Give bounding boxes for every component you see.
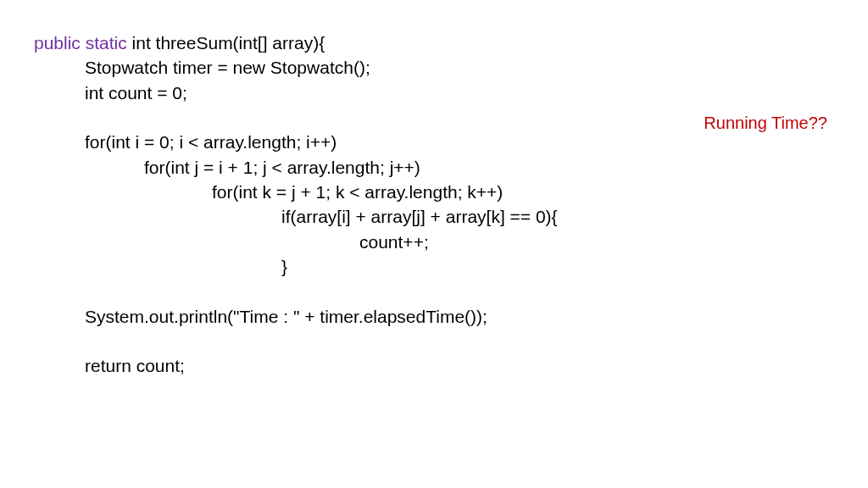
code-line-signature: public static int threeSum(int[] array){ xyxy=(34,30,834,55)
code-line: for(int i = 0; i < array.length; i++) xyxy=(34,130,834,154)
blank-line xyxy=(34,280,834,304)
code-block: public static int threeSum(int[] array){… xyxy=(34,30,834,378)
code-line: if(array[i] + array[j] + array[k] == 0){ xyxy=(34,204,834,229)
annotation-running-time: Running Time?? xyxy=(704,114,827,133)
code-line: for(int k = j + 1; k < array.length; k++… xyxy=(34,180,834,204)
code-line: System.out.println("Time : " + timer.ela… xyxy=(34,304,834,329)
code-line: Stopwatch timer = new Stopwatch(); xyxy=(34,55,834,80)
code-line: for(int j = i + 1; j < array.length; j++… xyxy=(34,155,834,180)
keyword-public-static: public static xyxy=(34,33,132,53)
code-line: int count = 0; xyxy=(34,80,834,105)
code-line: return count; xyxy=(34,353,834,378)
code-line: count++; xyxy=(34,230,834,254)
method-signature: int threeSum(int[] array){ xyxy=(132,33,326,53)
code-line: } xyxy=(34,254,834,279)
blank-line xyxy=(34,329,834,353)
